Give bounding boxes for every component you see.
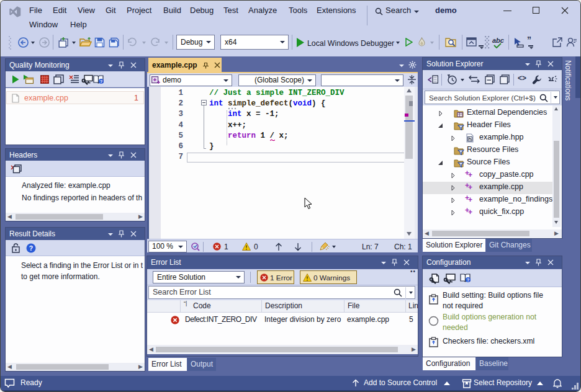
svg-text:?: ?	[467, 277, 470, 283]
svg-text:?: ?	[100, 79, 103, 84]
svg-text:?: ?	[29, 244, 33, 252]
